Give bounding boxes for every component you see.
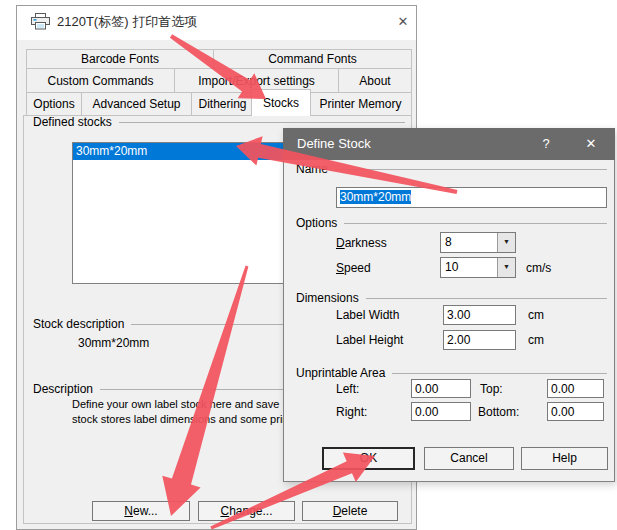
window-title: 2120T(标签) 打印首选项 <box>57 13 197 31</box>
tab-printer-memory[interactable]: Printer Memory <box>309 92 412 116</box>
name-group: Name <box>296 162 607 176</box>
label-height-unit: cm <box>528 333 544 347</box>
help-icon[interactable]: ? <box>534 133 558 155</box>
ok-button[interactable]: OK <box>322 447 415 470</box>
right-input[interactable]: 0.00 <box>411 402 471 421</box>
group-separator-line <box>119 122 405 123</box>
tab-stocks-active[interactable]: Stocks <box>251 89 311 116</box>
speed-label: Speed <box>336 261 371 275</box>
right-label: Right: <box>336 405 367 419</box>
darkness-combobox[interactable]: 8 ▼ <box>440 232 516 253</box>
bottom-label: Bottom: <box>478 405 519 419</box>
stock-list-item-selected[interactable]: 30mm*20mm <box>73 143 311 160</box>
cancel-button[interactable]: Cancel <box>424 447 514 470</box>
group-separator-line <box>392 373 607 374</box>
top-label: Top: <box>480 382 503 396</box>
close-icon[interactable]: ✕ <box>578 133 604 155</box>
label-width-label: Label Width <box>336 308 399 322</box>
change-button[interactable]: Change... <box>198 501 295 521</box>
group-separator-line <box>366 298 607 299</box>
darkness-value: 8 <box>441 233 497 252</box>
label-width-unit: cm <box>528 308 544 322</box>
defined-stocks-group: Defined stocks <box>33 115 405 129</box>
name-input[interactable]: 30mm*20mm <box>336 187 607 208</box>
close-icon[interactable]: ✕ <box>390 10 416 34</box>
darkness-label: Darkness <box>336 236 387 250</box>
tab-options[interactable]: Options <box>26 92 82 116</box>
bottom-input[interactable]: 0.00 <box>547 402 604 421</box>
dropdown-arrow-icon[interactable]: ▼ <box>497 233 515 252</box>
label-height-label: Label Height <box>336 333 403 347</box>
speed-value: 10 <box>441 258 497 277</box>
tab-advanced-setup[interactable]: Advanced Setup <box>81 92 192 116</box>
stock-description-value: 30mm*20mm <box>78 336 149 350</box>
defined-stocks-label: Defined stocks <box>33 115 112 129</box>
label-width-input[interactable]: 3.00 <box>443 305 516 325</box>
unprintable-area-label: Unprintable Area <box>296 366 385 380</box>
description-label: Description <box>33 382 93 396</box>
description-text-line1: Define your own label stock here and sav… <box>72 398 283 410</box>
group-separator-line <box>335 169 607 170</box>
top-input[interactable]: 0.00 <box>547 379 604 398</box>
name-label: Name <box>296 162 328 176</box>
group-separator-line <box>344 223 607 224</box>
tab-dithering[interactable]: Dithering <box>191 92 254 116</box>
options-group: Options <box>296 216 607 230</box>
printer-icon <box>31 13 50 34</box>
screen: 2120T(标签) 打印首选项 ✕ Barcode Fonts Command … <box>0 0 617 530</box>
unprintable-area-group: Unprintable Area <box>296 366 607 380</box>
tab-barcode-fonts[interactable]: Barcode Fonts <box>26 49 214 69</box>
tab-about[interactable]: About <box>338 68 412 93</box>
dropdown-arrow-icon[interactable]: ▼ <box>497 258 515 277</box>
tab-custom-commands[interactable]: Custom Commands <box>26 68 175 93</box>
options-label: Options <box>296 216 337 230</box>
left-input[interactable]: 0.00 <box>411 379 471 398</box>
dimensions-label: Dimensions <box>296 291 359 305</box>
new-button[interactable]: New... <box>92 501 190 521</box>
speed-unit: cm/s <box>526 261 551 275</box>
tab-command-fonts[interactable]: Command Fonts <box>213 49 412 69</box>
dimensions-group: Dimensions <box>296 291 607 305</box>
left-label: Left: <box>336 382 359 396</box>
defined-stocks-listbox[interactable]: 30mm*20mm <box>72 142 312 284</box>
stock-description-label: Stock description <box>33 317 124 331</box>
delete-button[interactable]: Delete <box>302 501 398 521</box>
define-stock-title: Define Stock <box>297 136 371 151</box>
label-height-input[interactable]: 2.00 <box>443 330 516 350</box>
speed-combobox[interactable]: 10 ▼ <box>440 257 516 278</box>
help-button[interactable]: Help <box>521 447 608 470</box>
description-text-line2: stock stores label dimensions and some p… <box>72 413 283 425</box>
